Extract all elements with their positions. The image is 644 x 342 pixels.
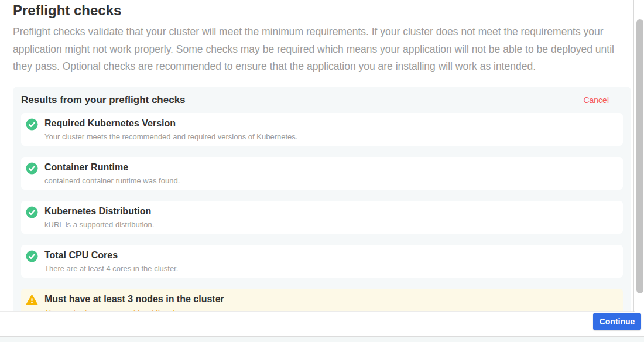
check-text: Container Runtime containerd container r… — [44, 162, 615, 185]
check-message: kURL is a supported distribution. — [44, 220, 615, 229]
check-message: containerd container runtime was found. — [44, 176, 615, 185]
check-text: Kubernetes Distribution kURL is a suppor… — [44, 206, 615, 229]
preflight-check-row: Kubernetes Distribution kURL is a suppor… — [21, 201, 623, 234]
cancel-link[interactable]: Cancel — [583, 94, 609, 106]
check-text: Required Kubernetes Version Your cluster… — [44, 118, 615, 141]
content-right-divider — [633, 0, 634, 312]
footer-bar: Continue — [0, 311, 644, 336]
preflight-check-row: Must have at least 3 nodes in the cluste… — [21, 289, 623, 311]
preflight-check-row: Total CPU Cores There are at least 4 cor… — [21, 245, 623, 278]
check-circle-icon — [26, 162, 38, 175]
results-card-header: Results from your preflight checks Cance… — [13, 87, 631, 113]
preflight-check-row: Required Kubernetes Version Your cluster… — [21, 113, 623, 146]
page-bottom-strip — [0, 336, 644, 342]
check-title: Container Runtime — [44, 162, 615, 173]
check-circle-icon — [26, 206, 38, 218]
check-text: Must have at least 3 nodes in the cluste… — [44, 293, 615, 311]
check-circle-icon — [26, 118, 38, 131]
check-message: There are at least 4 cores in the cluste… — [44, 264, 615, 273]
preflight-results-card: Results from your preflight checks Cance… — [13, 87, 631, 311]
check-text: Total CPU Cores There are at least 4 cor… — [44, 249, 615, 273]
page-description: Preflight checks validate that your clus… — [13, 23, 622, 76]
continue-button[interactable]: Continue — [593, 313, 641, 330]
check-title: Kubernetes Distribution — [44, 206, 615, 217]
preflight-check-row: Container Runtime containerd container r… — [21, 157, 623, 190]
warning-triangle-icon — [26, 294, 38, 306]
check-title: Total CPU Cores — [44, 249, 615, 261]
check-message: Your cluster meets the recommended and r… — [44, 132, 615, 141]
results-card-title: Results from your preflight checks — [21, 94, 186, 106]
preflight-check-list: Required Kubernetes Version Your cluster… — [13, 113, 631, 311]
check-circle-icon — [26, 250, 38, 262]
check-title: Must have at least 3 nodes in the cluste… — [44, 293, 615, 305]
scrollbar-thumb[interactable] — [636, 19, 643, 293]
page-title: Preflight checks — [13, 2, 121, 19]
check-title: Required Kubernetes Version — [44, 118, 615, 129]
